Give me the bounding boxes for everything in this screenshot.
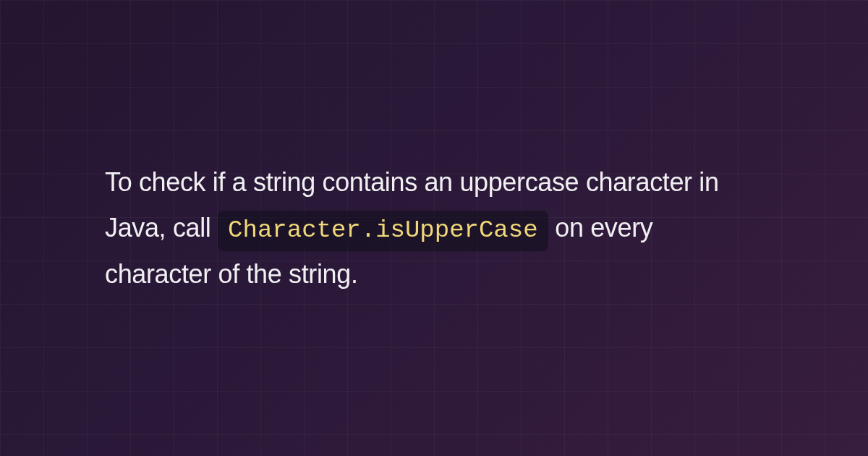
main-paragraph: To check if a string contains an upperca… [105,159,763,297]
inline-code: Character.isUpperCase [218,211,548,251]
